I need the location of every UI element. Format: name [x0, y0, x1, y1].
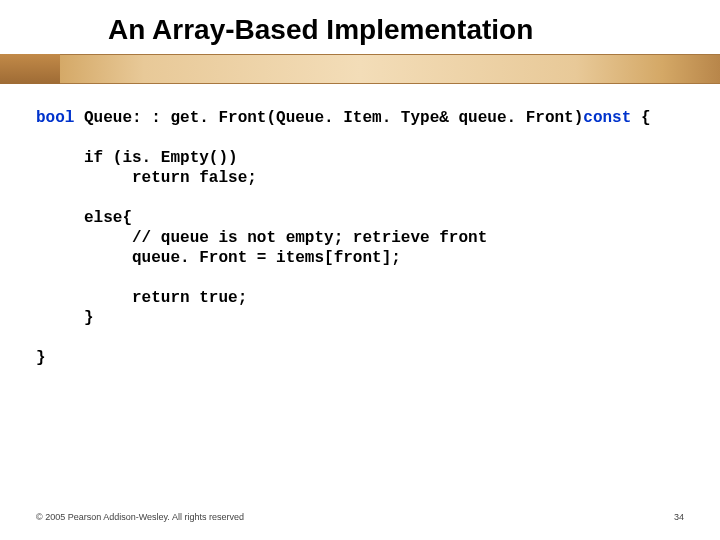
code-l5: // queue is not empty; retrieve front — [36, 229, 487, 247]
slide-title: An Array-Based Implementation — [108, 14, 533, 46]
footer: © 2005 Pearson Addison-Wesley. All right… — [36, 512, 684, 522]
code-l3: return false; — [36, 169, 257, 187]
code-l1b: Queue: : get. Front(Queue. Item. Type& q… — [74, 109, 583, 127]
code-l2: if (is. Empty()) — [36, 149, 238, 167]
code-l6: queue. Front = items[front]; — [36, 249, 401, 267]
code-l4: else{ — [36, 209, 132, 227]
code-l8: } — [36, 309, 94, 327]
kw-const: const — [583, 109, 631, 127]
header-band — [0, 54, 720, 84]
code-block: bool Queue: : get. Front(Queue. Item. Ty… — [36, 108, 700, 368]
code-l1d: { — [631, 109, 650, 127]
copyright-text: © 2005 Pearson Addison-Wesley. All right… — [36, 512, 244, 522]
code-l7: return true; — [36, 289, 247, 307]
kw-bool: bool — [36, 109, 74, 127]
code-l9: } — [36, 349, 46, 367]
page-number: 34 — [674, 512, 684, 522]
header-left-accent — [0, 54, 60, 84]
